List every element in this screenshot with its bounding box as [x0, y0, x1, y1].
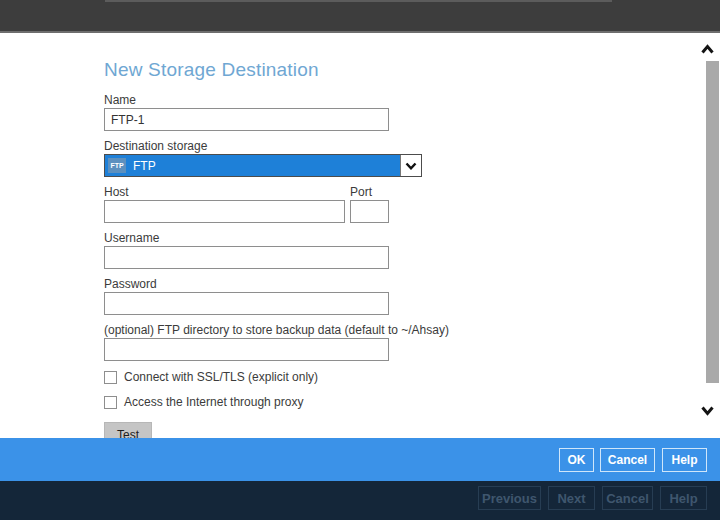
username-input[interactable]: [104, 246, 389, 269]
host-input[interactable]: [104, 200, 345, 223]
name-label: Name: [104, 93, 136, 107]
ssl-checkbox[interactable]: [104, 371, 117, 384]
destination-storage-selected-label: FTP: [133, 159, 156, 173]
destination-storage-label: Destination storage: [104, 139, 207, 153]
destination-storage-selected-option: FTP FTP: [105, 155, 400, 176]
ftp-directory-input[interactable]: [104, 338, 389, 361]
new-storage-destination-dialog: New Storage Destination Name Destination…: [0, 0, 720, 520]
next-button[interactable]: Next: [548, 486, 595, 510]
top-header-bar: [0, 0, 720, 33]
wizard-cancel-button[interactable]: Cancel: [602, 486, 653, 510]
dialog-action-bar: OK Cancel Help: [0, 438, 720, 481]
proxy-checkbox-row: Access the Internet through proxy: [104, 395, 303, 409]
host-label: Host: [104, 185, 129, 199]
ok-button[interactable]: OK: [559, 448, 594, 472]
ftp-directory-label: (optional) FTP directory to store backup…: [104, 323, 449, 337]
port-input[interactable]: [350, 200, 389, 223]
port-label: Port: [350, 185, 372, 199]
wizard-help-button[interactable]: Help: [660, 486, 707, 510]
destination-storage-select[interactable]: FTP FTP: [104, 154, 422, 177]
ftp-badge-icon: FTP: [108, 158, 126, 173]
proxy-checkbox[interactable]: [104, 396, 117, 409]
ssl-checkbox-label: Connect with SSL/TLS (explicit only): [124, 370, 318, 384]
previous-button[interactable]: Previous: [478, 486, 541, 510]
chevron-up-icon: [700, 44, 715, 55]
chevron-down-icon: [405, 162, 417, 170]
proxy-checkbox-label: Access the Internet through proxy: [124, 395, 303, 409]
cancel-button[interactable]: Cancel: [600, 448, 655, 472]
name-input[interactable]: [104, 108, 389, 131]
page-title: New Storage Destination: [104, 59, 319, 81]
dropdown-chevron-button[interactable]: [400, 155, 421, 176]
chevron-down-icon: [700, 405, 715, 416]
window-top-edge: [105, 0, 612, 2]
ssl-checkbox-row: Connect with SSL/TLS (explicit only): [104, 370, 318, 384]
password-input[interactable]: [104, 292, 389, 315]
help-button[interactable]: Help: [662, 448, 707, 472]
password-label: Password: [104, 277, 157, 291]
wizard-footer-bar: Previous Next Cancel Help: [0, 481, 720, 520]
scrollbar-down-button[interactable]: [700, 402, 720, 414]
scrollbar-thumb[interactable]: [706, 61, 719, 383]
username-label: Username: [104, 231, 159, 245]
scrollbar-up-button[interactable]: [700, 41, 720, 53]
